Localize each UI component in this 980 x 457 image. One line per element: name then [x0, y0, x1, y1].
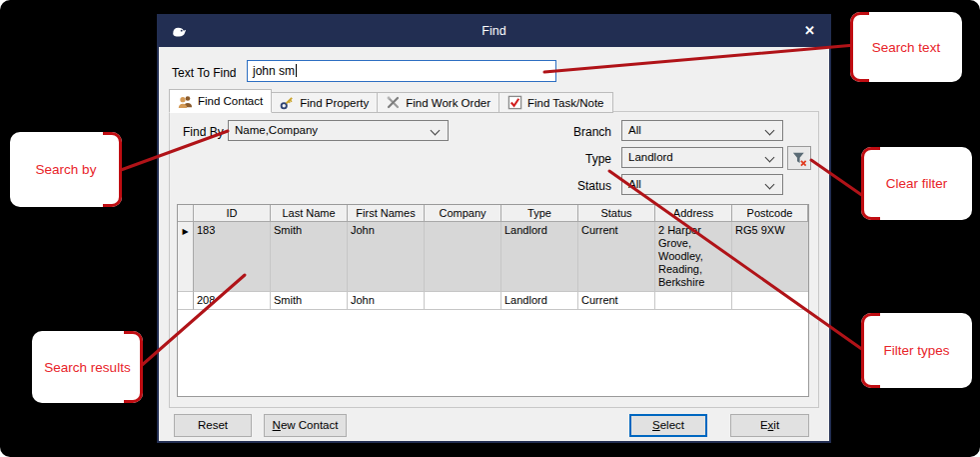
annotation-search-results: Search results: [32, 331, 143, 403]
column-header[interactable]: Postcode: [732, 205, 808, 222]
type-label: Type: [559, 152, 611, 166]
grid-header-marker: [178, 205, 194, 222]
cell-address: 2 Harper Grove, Woodley, Reading, Berksh…: [655, 222, 732, 292]
type-dropdown[interactable]: Landlord: [621, 147, 783, 168]
cell-company: [425, 222, 501, 292]
exit-button[interactable]: Exit: [730, 414, 809, 437]
find-by-dropdown[interactable]: Name,Company: [228, 120, 449, 141]
keys-icon: [280, 95, 295, 110]
cell-type: Landlord: [501, 292, 578, 310]
chevron-down-icon: [765, 180, 775, 190]
chevron-down-icon: [431, 126, 441, 136]
search-input-value: john sm: [253, 64, 295, 78]
grid-header-row: ID Last Name First Names Company Type St…: [178, 205, 808, 222]
cell-first-names: John: [348, 222, 425, 292]
cell-last-name: Smith: [271, 222, 348, 292]
cell-id: 183: [194, 222, 271, 292]
annotation-label: Search results: [44, 360, 130, 375]
branch-label: Branch: [559, 125, 611, 139]
tab-find-task-note[interactable]: Find Task/Note: [499, 92, 613, 113]
close-icon[interactable]: ✕: [804, 23, 815, 38]
select-button[interactable]: Select: [629, 414, 707, 437]
clear-filter-button[interactable]: [787, 146, 811, 170]
find-dialog: Find ✕ Text To Find john sm Find Contact…: [157, 14, 831, 443]
tab-strip: Find Contact Find Property Find Work Ord…: [169, 89, 613, 113]
text-to-find-label: Text To Find: [172, 66, 236, 80]
search-results-grid[interactable]: ID Last Name First Names Company Type St…: [177, 204, 809, 397]
cell-type: Landlord: [501, 222, 578, 292]
title-bar[interactable]: Find ✕: [159, 16, 829, 47]
cell-postcode: RG5 9XW: [732, 222, 808, 292]
annotation-clear-filter: Clear filter: [861, 147, 972, 220]
cell-first-names: John: [348, 292, 425, 310]
branch-value: All: [628, 124, 641, 136]
row-selector-arrow-icon: ▶: [178, 222, 194, 292]
screenshot-canvas: Find ✕ Text To Find john sm Find Contact…: [0, 0, 980, 457]
reset-button[interactable]: Reset: [174, 414, 252, 437]
tab-label: Find Contact: [198, 95, 263, 107]
checked-note-icon: [507, 95, 522, 110]
table-row[interactable]: 208 Smith John Landlord Current: [178, 292, 808, 310]
status-dropdown[interactable]: All: [621, 174, 783, 195]
table-row[interactable]: ▶ 183 Smith John Landlord Current 2 Harp…: [178, 222, 808, 292]
branch-dropdown[interactable]: All: [621, 120, 783, 141]
tools-icon: [386, 95, 401, 110]
tab-label: Find Work Order: [406, 97, 490, 109]
annotation-search-text: Search text: [850, 12, 962, 82]
status-value: All: [628, 178, 641, 190]
annotation-label: Search text: [872, 40, 940, 55]
column-header[interactable]: ID: [194, 205, 271, 222]
annotation-label: Clear filter: [886, 176, 948, 191]
column-header[interactable]: Company: [425, 205, 501, 222]
cell-status: Current: [578, 292, 655, 310]
type-value: Landlord: [628, 151, 673, 163]
tab-find-contact[interactable]: Find Contact: [169, 89, 272, 113]
cell-postcode: [732, 292, 808, 310]
chevron-down-icon: [765, 153, 775, 163]
status-label: Status: [559, 179, 611, 193]
annotation-label: Filter types: [883, 343, 949, 358]
annotation-search-by: Search by: [10, 132, 122, 207]
column-header[interactable]: Address: [655, 205, 732, 222]
cell-address: [655, 292, 732, 310]
reset-button-label: Reset: [198, 419, 228, 431]
chevron-down-icon: [765, 126, 775, 136]
new-contact-button[interactable]: New Contact: [264, 414, 347, 437]
find-by-value: Name,Company: [235, 124, 318, 136]
column-header[interactable]: Status: [578, 205, 655, 222]
column-header[interactable]: Last Name: [271, 205, 348, 222]
search-input[interactable]: john sm: [247, 60, 556, 82]
annotation-label: Search by: [36, 162, 97, 177]
cell-company: [425, 292, 501, 310]
column-header[interactable]: First Names: [348, 205, 425, 222]
cell-id: 208: [194, 292, 271, 310]
cell-status: Current: [578, 222, 655, 292]
annotation-filter-types: Filter types: [861, 313, 972, 388]
clear-filter-icon: [791, 150, 808, 167]
tab-find-work-order[interactable]: Find Work Order: [378, 92, 499, 113]
tab-label: Find Task/Note: [527, 97, 604, 109]
find-by-label: Find By: [183, 125, 224, 139]
tab-label: Find Property: [300, 97, 369, 109]
text-caret: [296, 64, 297, 77]
cell-last-name: Smith: [271, 292, 348, 310]
row-selector-cell: [178, 292, 194, 310]
column-header[interactable]: Type: [501, 205, 578, 222]
window-title: Find: [159, 24, 829, 38]
tab-find-property[interactable]: Find Property: [272, 92, 378, 113]
people-icon: [178, 94, 193, 109]
